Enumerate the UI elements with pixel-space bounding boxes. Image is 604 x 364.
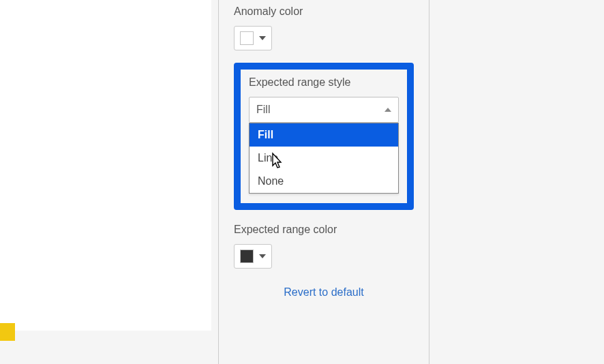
expected-range-color-label: Expected range color xyxy=(234,224,414,236)
dropdown-option-fill[interactable]: Fill xyxy=(250,123,398,147)
dropdown-selected-text: Fill xyxy=(256,104,270,116)
color-swatch-icon xyxy=(240,31,254,45)
expected-range-style-dropdown[interactable]: Fill Fill Line None xyxy=(249,97,399,194)
anomaly-color-section: Anomaly color xyxy=(234,5,414,50)
format-panel: Anomaly color Expected range style Fill … xyxy=(218,0,429,364)
dropdown-selected-value[interactable]: Fill xyxy=(249,97,399,123)
expected-range-color-picker[interactable] xyxy=(234,244,272,269)
anomaly-color-label: Anomaly color xyxy=(234,5,414,18)
content-canvas xyxy=(0,0,211,331)
anomaly-color-picker[interactable] xyxy=(234,26,272,50)
highlight-callout: Expected range style Fill Fill Line None xyxy=(234,63,414,210)
color-swatch-icon xyxy=(240,249,254,263)
dropdown-option-none[interactable]: None xyxy=(250,170,398,193)
caret-down-icon xyxy=(259,254,266,258)
expected-range-color-section: Expected range color xyxy=(234,224,414,269)
dropdown-list: Fill Line None xyxy=(249,123,399,194)
revert-to-default-link[interactable]: Revert to default xyxy=(234,286,414,299)
dropdown-option-line[interactable]: Line xyxy=(250,147,398,170)
accent-stripe xyxy=(0,323,15,341)
expected-range-style-label: Expected range style xyxy=(249,76,399,89)
chevron-up-icon xyxy=(384,108,391,112)
caret-down-icon xyxy=(259,36,266,40)
